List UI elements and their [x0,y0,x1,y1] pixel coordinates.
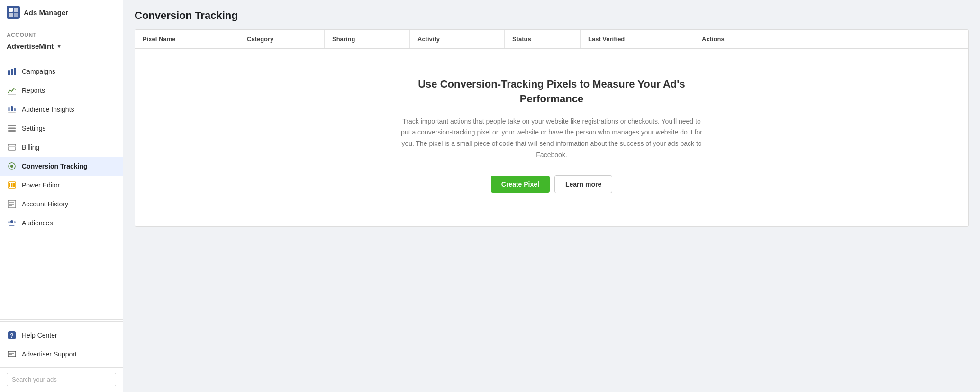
table-col-category: Category [239,30,325,48]
sidebar-item-label-billing: Billing [22,143,39,151]
sidebar-item-settings[interactable]: Settings [0,119,123,138]
svg-rect-22 [11,183,13,187]
sidebar: Ads Manager Account AdvertiseMint ▼ Camp… [0,0,123,392]
sidebar-item-advertiser-support[interactable]: Advertiser Support [0,345,123,364]
svg-rect-16 [8,146,16,147]
svg-point-29 [8,221,10,223]
sidebar-item-billing[interactable]: Billing [0,138,123,157]
svg-rect-5 [8,70,10,75]
svg-point-28 [10,220,13,223]
svg-rect-0 [7,6,20,19]
svg-rect-8 [8,107,10,111]
campaigns-icon [7,66,17,77]
table-col-pixel-name: Pixel Name [135,30,239,48]
account-chevron-icon: ▼ [56,44,62,49]
sidebar-item-label-power-editor: Power Editor [22,181,60,189]
page-title: Conversion Tracking [135,9,969,22]
svg-rect-6 [11,69,13,75]
sidebar-item-label-settings: Settings [22,125,46,132]
svg-rect-33 [8,351,16,357]
svg-rect-13 [8,128,16,129]
sidebar-item-label-audience-insights: Audience Insights [22,106,74,113]
svg-rect-7 [14,68,16,75]
ads-manager-icon [7,6,20,19]
sidebar-logo: Ads Manager [0,0,123,25]
search-input[interactable] [7,373,116,386]
table-col-last-verified: Last Verified [581,30,694,48]
svg-rect-2 [14,8,18,12]
empty-state-actions: Create Pixel Learn more [491,175,612,193]
main-content: Conversion Tracking Pixel NameCategorySh… [123,0,980,392]
billing-icon [7,142,17,152]
sidebar-item-label-audiences: Audiences [22,219,53,227]
svg-rect-21 [9,183,10,187]
svg-rect-11 [8,112,16,113]
settings-icon [7,123,17,134]
empty-state: Use Conversion-Tracking Pixels to Measur… [135,49,968,226]
table-col-status: Status [505,30,581,48]
table-header: Pixel NameCategorySharingActivityStatusL… [135,30,968,49]
table-col-sharing: Sharing [325,30,410,48]
table-col-actions: Actions [694,30,968,48]
svg-rect-23 [13,183,15,187]
sidebar-item-conversion-tracking[interactable]: Conversion Tracking [0,157,123,176]
sidebar-logo-text: Ads Manager [24,9,68,17]
sidebar-divider [0,57,123,57]
svg-point-30 [14,221,16,223]
svg-rect-4 [14,13,18,17]
sidebar-item-label-reports: Reports [22,87,45,94]
conversion-icon [7,161,17,171]
sidebar-nav: Campaigns Reports Audience Insights Sett… [0,59,123,317]
sidebar-item-campaigns[interactable]: Campaigns [0,62,123,81]
svg-rect-12 [8,125,16,126]
account-section-label: Account [0,25,123,40]
sidebar-bottom-divider [0,319,123,320]
advertiser-icon [7,349,17,359]
sidebar-item-help-center[interactable]: ? Help Center [0,326,123,345]
help-icon: ? [7,330,17,340]
svg-point-18 [10,165,13,168]
sidebar-item-reports[interactable]: Reports [0,81,123,100]
svg-rect-14 [8,130,16,132]
svg-rect-1 [9,8,13,12]
sidebar-item-label-account-history: Account History [22,200,68,208]
sidebar-bottom-nav: ? Help Center Advertiser Support [0,321,123,367]
sidebar-item-audiences[interactable]: Audiences [0,214,123,232]
sidebar-item-label-conversion-tracking: Conversion Tracking [22,162,87,170]
sidebar-item-power-editor[interactable]: Power Editor [0,176,123,195]
audience-icon [7,104,17,115]
sidebar-item-label-advertiser-support: Advertiser Support [22,350,77,358]
create-pixel-button[interactable]: Create Pixel [491,176,550,193]
search-box-wrap [0,367,123,392]
learn-more-button[interactable]: Learn more [554,175,612,193]
empty-state-description: Track important actions that people take… [400,116,703,161]
account-name[interactable]: AdvertiseMint ▼ [0,40,123,55]
svg-rect-3 [9,13,13,17]
sidebar-item-label-help-center: Help Center [22,331,57,339]
svg-rect-10 [14,108,16,111]
power-icon [7,180,17,190]
sidebar-item-account-history[interactable]: Account History [0,195,123,214]
audiences-icon [7,218,17,228]
table-col-activity: Activity [410,30,505,48]
sidebar-item-audience-insights[interactable]: Audience Insights [0,100,123,119]
account-history-icon [7,199,17,209]
reports-icon [7,85,17,96]
empty-state-title: Use Conversion-Tracking Pixels to Measur… [409,77,694,107]
svg-text:?: ? [10,332,13,339]
conversion-tracking-table: Pixel NameCategorySharingActivityStatusL… [135,29,969,227]
sidebar-item-label-campaigns: Campaigns [22,68,55,75]
svg-rect-9 [11,106,13,111]
